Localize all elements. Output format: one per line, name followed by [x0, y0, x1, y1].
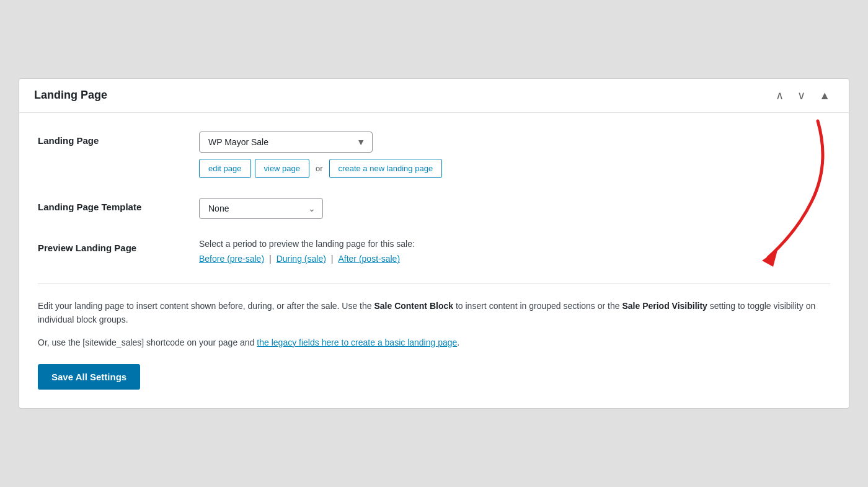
info-line1-before: Edit your landing page to insert content…	[38, 301, 374, 311]
sale-period-visibility-text: Sale Period Visibility	[622, 301, 707, 311]
create-landing-page-button[interactable]: create a new landing page	[329, 159, 443, 178]
before-presale-link[interactable]: Before (pre-sale)	[199, 254, 264, 264]
info-line2-after: .	[457, 337, 459, 347]
landing-page-row: Landing Page WP Mayor Sale None Sale Pag…	[38, 132, 830, 178]
template-content: None Default Full Width Landing ⌄	[199, 198, 830, 219]
separator-1: |	[269, 254, 272, 264]
template-select[interactable]: None Default Full Width Landing	[199, 198, 323, 219]
panel-header: Landing Page ∧ ∨ ▲	[19, 79, 849, 113]
info-line2-before: Or, use the [sitewide_sales] shortcode o…	[38, 337, 257, 347]
action-buttons: edit page view page or create a new land…	[199, 159, 830, 178]
landing-page-label: Landing Page	[38, 132, 199, 146]
edit-page-button[interactable]: edit page	[199, 159, 251, 178]
info-line1-middle: to insert content in grouped sections or…	[453, 301, 622, 311]
preview-description: Select a period to preview the landing p…	[199, 239, 830, 249]
template-label: Landing Page Template	[38, 198, 199, 212]
info-line-1: Edit your landing page to insert content…	[38, 299, 830, 327]
preview-content: Select a period to preview the landing p…	[199, 239, 830, 264]
template-select-wrapper: None Default Full Width Landing ⌄	[199, 198, 323, 219]
template-row: Landing Page Template None Default Full …	[38, 198, 830, 219]
landing-page-content: WP Mayor Sale None Sale Page ▼ edit page…	[199, 132, 830, 178]
divider	[38, 284, 830, 284]
landing-page-select[interactable]: WP Mayor Sale None Sale Page	[199, 132, 373, 153]
after-postsale-link[interactable]: After (post-sale)	[338, 254, 400, 264]
save-all-settings-button[interactable]: Save All Settings	[38, 364, 140, 390]
separator-2: |	[331, 254, 334, 264]
preview-row: Preview Landing Page Select a period to …	[38, 239, 830, 264]
during-sale-link[interactable]: During (sale)	[277, 254, 326, 264]
panel-up-button[interactable]: ∧	[772, 89, 787, 102]
or-text: or	[316, 164, 323, 173]
panel-title: Landing Page	[34, 89, 107, 102]
view-page-button[interactable]: view page	[255, 159, 310, 178]
panel-collapse-button[interactable]: ▲	[815, 89, 834, 102]
preview-links: Before (pre-sale) | During (sale) | Afte…	[199, 254, 830, 264]
info-line-2: Or, use the [sitewide_sales] shortcode o…	[38, 336, 830, 349]
landing-page-panel: Landing Page ∧ ∨ ▲ Landing Page WP Mayor…	[19, 78, 849, 409]
panel-down-button[interactable]: ∨	[794, 89, 809, 102]
landing-page-select-wrapper: WP Mayor Sale None Sale Page ▼	[199, 132, 373, 153]
panel-body: Landing Page WP Mayor Sale None Sale Pag…	[19, 113, 849, 408]
preview-label: Preview Landing Page	[38, 239, 199, 253]
sale-content-block-text: Sale Content Block	[374, 301, 453, 311]
panel-controls: ∧ ∨ ▲	[772, 89, 834, 102]
legacy-fields-link[interactable]: the legacy fields here to create a basic…	[257, 337, 457, 347]
